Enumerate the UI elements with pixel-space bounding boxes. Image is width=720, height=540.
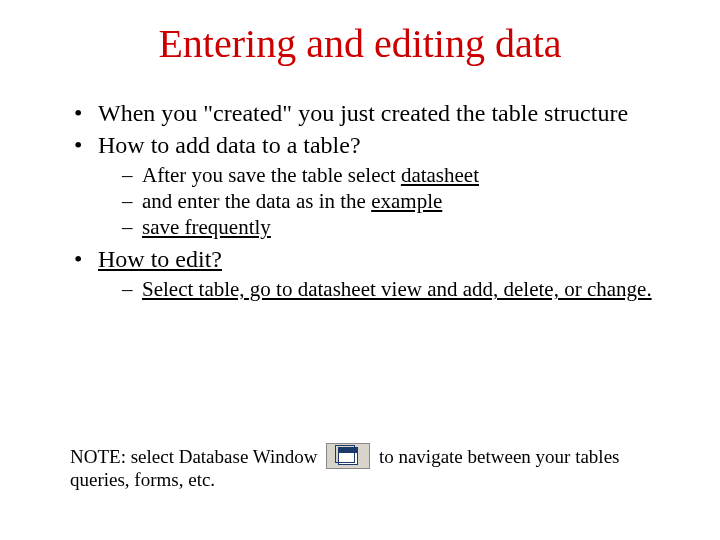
bullet-list: When you "created" you just created the … — [70, 100, 660, 301]
bullet-item: How to edit? Select table, go to datashe… — [70, 246, 660, 302]
sub-bullet-item: and enter the data as in the example — [122, 189, 660, 213]
note-prefix: NOTE: select Database Window — [70, 446, 322, 467]
note-line: NOTE: select Database Window to navigate… — [70, 443, 660, 492]
sub-bullet-underlined: datasheet — [401, 163, 479, 187]
sub-bullet-underlined: Select table, go to datasheet view and a… — [142, 277, 652, 301]
sub-bullet-list: Select table, go to datasheet view and a… — [98, 277, 660, 301]
slide-title: Entering and editing data — [0, 20, 720, 67]
bullet-item: When you "created" you just created the … — [70, 100, 660, 128]
slide-body: When you "created" you just created the … — [70, 100, 660, 307]
sub-bullet-list: After you save the table select datashee… — [98, 163, 660, 239]
bullet-item: How to add data to a table? After you sa… — [70, 132, 660, 240]
sub-bullet-underlined: save frequently — [142, 215, 271, 239]
bullet-underlined: How to edit? — [98, 246, 222, 272]
bullet-text: How to add data to a table? — [98, 132, 361, 158]
sub-bullet-text: After you save the table select — [142, 163, 401, 187]
sub-bullet-underlined: example — [371, 189, 442, 213]
slide: Entering and editing data When you "crea… — [0, 0, 720, 540]
sub-bullet-text: and enter the data as in the — [142, 189, 371, 213]
database-window-icon — [326, 443, 370, 469]
sub-bullet-item: save frequently — [122, 215, 660, 239]
bullet-text: When you "created" you just created the … — [98, 100, 628, 126]
sub-bullet-item: Select table, go to datasheet view and a… — [122, 277, 660, 301]
sub-bullet-item: After you save the table select datashee… — [122, 163, 660, 187]
